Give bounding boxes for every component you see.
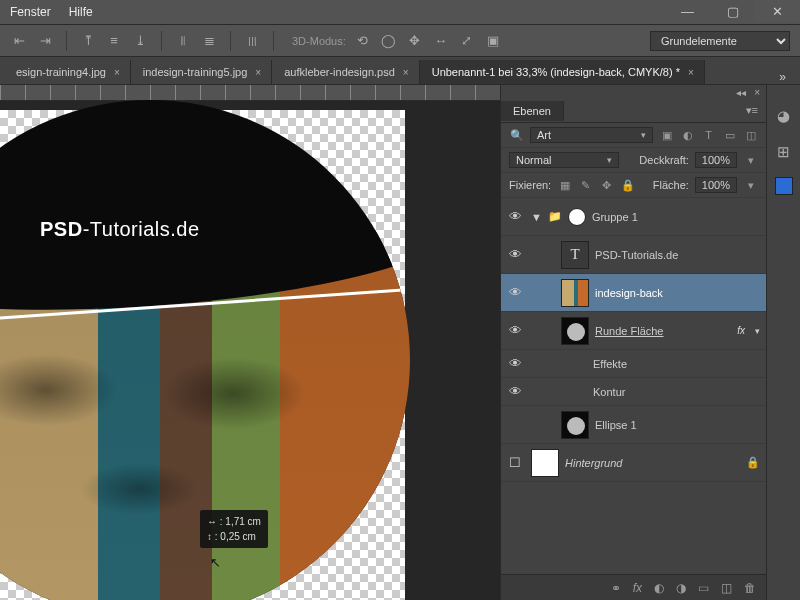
tab-training5[interactable]: indesign-training5.jpg× [131,60,272,84]
ruler-horizontal [0,85,500,101]
tab-unbenannt[interactable]: Unbenannt-1 bei 33,3% (indesign-back, CM… [420,60,705,84]
3d-pan-icon[interactable]: ✥ [406,32,424,50]
visibility-icon[interactable]: 👁 [505,323,525,338]
close-icon[interactable]: × [114,67,120,78]
layer-thumb[interactable] [531,449,559,477]
fx-icon[interactable]: fx [633,581,642,595]
lock-icon[interactable]: 🔒 [746,456,760,469]
color-wheel-icon[interactable]: ◕ [773,105,795,127]
layers-footer: ⚭ fx ◐ ◑ ▭ ◫ 🗑 [501,574,766,600]
collapsed-panels: ◕ ⊞ [766,85,800,600]
brand-text: PSD-Tutorials.de [40,218,200,241]
close-button[interactable]: ✕ [755,0,800,22]
layer-indesign-back[interactable]: 👁 indesign-back [501,274,766,312]
trash-icon[interactable]: 🗑 [744,581,756,595]
distribute-v-icon[interactable]: ≣ [200,32,218,50]
mask-thumb[interactable] [568,208,586,226]
layer-name[interactable]: Gruppe 1 [592,211,760,223]
close-icon[interactable]: × [403,67,409,78]
maximize-button[interactable]: ▢ [710,0,755,22]
layer-name: Effekte [593,358,760,370]
align-left-icon[interactable]: ⇤ [10,32,28,50]
adjust-icon[interactable]: ◑ [676,581,686,595]
align-right-icon[interactable]: ⇥ [36,32,54,50]
3d-scale-icon[interactable]: ⤢ [458,32,476,50]
3d-camera-icon[interactable]: ▣ [484,32,502,50]
chevron-down-icon[interactable]: ▾ [743,153,758,168]
align-vcenter-icon[interactable]: ≡ [105,32,123,50]
visibility-icon[interactable]: 👁 [505,384,525,399]
minimize-button[interactable]: — [665,0,710,22]
window-controls: — ▢ ✕ [665,0,800,22]
visibility-icon[interactable]: 👁 [505,247,525,262]
visibility-icon[interactable]: 👁 [505,356,525,371]
fill-input[interactable]: 100% [695,177,737,193]
layer-text[interactable]: 👁 T PSD-Tutorials.de [501,236,766,274]
search-icon[interactable]: 🔍 [509,128,524,143]
tabs-overflow[interactable]: » [765,70,800,84]
filter-text-icon[interactable]: T [701,128,716,143]
opacity-input[interactable]: 100% [695,152,737,168]
layer-thumb[interactable] [561,279,589,307]
visibility-icon[interactable]: ☐ [505,455,525,470]
options-bar: ⇤ ⇥ ⤒ ≡ ⤓ ⫴ ≣ ⫼ 3D-Modus: ⟲ ◯ ✥ ↔ ⤢ ▣ Gr… [0,25,800,57]
group-icon[interactable]: ▭ [698,581,709,595]
filter-shape-icon[interactable]: ▭ [722,128,737,143]
layer-effects[interactable]: 👁 Effekte [501,350,766,378]
3d-slide-icon[interactable]: ↔ [432,32,450,50]
workspace-preset[interactable]: Grundelemente [650,31,790,51]
adjustments-icon[interactable]: ⊞ [773,141,795,163]
layer-name[interactable]: Runde Fläche [595,325,731,337]
close-icon[interactable]: × [688,67,694,78]
fx-badge[interactable]: fx [737,325,745,336]
lock-pixels-icon[interactable]: ✎ [578,178,593,193]
layer-name[interactable]: Ellipse 1 [595,419,760,431]
layer-name[interactable]: PSD-Tutorials.de [595,249,760,261]
folder-icon: 📁 [548,210,562,223]
lock-transparent-icon[interactable]: ▦ [557,178,572,193]
canvas[interactable]: PSD-Tutorials.de ↔ : 1,71 cm↕ : 0,25 cm … [0,85,500,600]
lock-all-icon[interactable]: 🔒 [620,178,635,193]
layer-stroke[interactable]: 👁 Kontur [501,378,766,406]
mask-icon[interactable]: ◐ [654,581,664,595]
opacity-label: Deckkraft: [639,154,689,166]
close-icon[interactable]: × [255,67,261,78]
panel-tab-ebenen[interactable]: Ebenen [501,101,564,121]
3d-roll-icon[interactable]: ◯ [380,32,398,50]
layer-ellipse[interactable]: Ellipse 1 [501,406,766,444]
layer-thumb[interactable] [561,317,589,345]
visibility-icon[interactable]: 👁 [505,285,525,300]
panel-close-icon[interactable]: × [754,87,760,98]
menu-fenster[interactable]: Fenster [10,5,51,19]
layer-name[interactable]: indesign-back [595,287,760,299]
new-layer-icon[interactable]: ◫ [721,581,732,595]
filter-smart-icon[interactable]: ◫ [743,128,758,143]
align-top-icon[interactable]: ⤒ [79,32,97,50]
filter-image-icon[interactable]: ▣ [659,128,674,143]
lock-position-icon[interactable]: ✥ [599,178,614,193]
tab-aufkleber[interactable]: aufkleber-indesign.psd× [272,60,420,84]
layer-background[interactable]: ☐ Hintergrund 🔒 [501,444,766,482]
3d-rotate-icon[interactable]: ⟲ [354,32,372,50]
chevron-down-icon[interactable]: ▾ [743,178,758,193]
filter-adjust-icon[interactable]: ◐ [680,128,695,143]
layer-group[interactable]: 👁 ▼ 📁 Gruppe 1 [501,198,766,236]
tab-training4[interactable]: esign-training4.jpg× [4,60,131,84]
link-layers-icon[interactable]: ⚭ [611,581,621,595]
swatch-icon[interactable] [775,177,793,195]
panel-menu-icon[interactable]: ▾≡ [738,104,766,117]
layer-thumb[interactable] [561,411,589,439]
distribute-h-icon[interactable]: ⫴ [174,32,192,50]
filter-kind-dropdown[interactable]: Art [530,127,653,143]
layer-name[interactable]: Hintergrund [565,457,740,469]
lock-label: Fixieren: [509,179,551,191]
menu-hilfe[interactable]: Hilfe [69,5,93,19]
align-bottom-icon[interactable]: ⤓ [131,32,149,50]
chevron-down-icon[interactable]: ▾ [755,326,760,336]
collapse-icon[interactable]: ◂◂ [736,87,746,98]
visibility-icon[interactable]: 👁 [505,209,525,224]
layer-runde-flaeche[interactable]: 👁 Runde Fläche fx ▾ [501,312,766,350]
distribute-spacing-icon[interactable]: ⫼ [243,32,261,50]
blend-mode-dropdown[interactable]: Normal [509,152,619,168]
disclosure-icon[interactable]: ▼ [531,211,542,223]
